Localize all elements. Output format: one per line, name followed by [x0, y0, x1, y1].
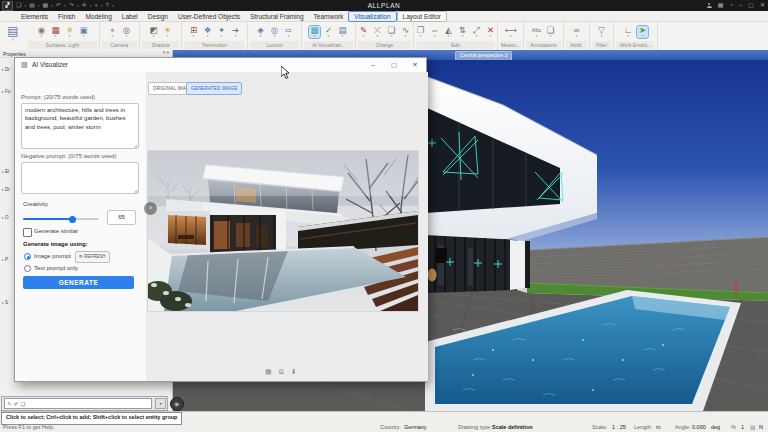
menu-tab-finish[interactable]: Finish	[53, 12, 80, 21]
image-prompt-radio[interactable]	[24, 253, 31, 260]
properties-palette-button[interactable]: ▤ ▾	[3, 24, 23, 48]
camera-icon[interactable]: ◎▾	[121, 26, 132, 38]
angle-value[interactable]: 0.000	[692, 424, 706, 430]
menu-tab-structural-framing[interactable]: Structural Framing	[245, 12, 308, 21]
measure-icon[interactable]: ⟷▾	[505, 26, 516, 38]
resize-icon[interactable]: ⤢▾	[471, 26, 482, 38]
tab-generated-image[interactable]: GENERATED IMAGE	[186, 82, 242, 95]
negative-prompt-input[interactable]	[21, 162, 139, 194]
match-icon[interactable]: ✐	[14, 401, 19, 407]
dialog-minimize-button[interactable]: –	[366, 60, 380, 70]
properties-item[interactable]: ▸El	[2, 169, 9, 174]
render-surface-icon[interactable]: ◉▾	[36, 26, 47, 38]
menu-tab-modeling[interactable]: Modeling	[80, 12, 116, 21]
dialog-maximize-button[interactable]: ▢	[387, 60, 401, 70]
menu-tab-visualization[interactable]: Visualization	[348, 11, 396, 22]
active-environment-icon[interactable]: ➤▾	[637, 26, 648, 38]
angle-label: Angle:	[675, 424, 691, 430]
properties-item[interactable]: ▸P	[2, 257, 8, 262]
text-abc-icon[interactable]: Abc▾	[531, 26, 542, 38]
image-icon[interactable]: ▦	[265, 368, 272, 376]
dialog-close-button[interactable]: ✕	[408, 60, 422, 70]
resize-handle-icon[interactable]: ◢	[134, 143, 137, 148]
rotate-icon[interactable]: ◭▾	[443, 26, 454, 38]
country-value[interactable]: Germany	[404, 424, 427, 430]
lumion-open-icon[interactable]: ⇨▾	[283, 26, 294, 38]
command-dropdown-button[interactable]: ▾	[155, 398, 166, 409]
minimize-icon[interactable]: –	[739, 0, 742, 11]
user-icon[interactable]	[707, 3, 712, 8]
properties-item[interactable]: ▸Dr	[2, 67, 10, 72]
sun-icon[interactable]: ☀▾	[162, 26, 173, 38]
modify-split-icon[interactable]: ⤫▾	[372, 26, 383, 38]
generated-image[interactable]	[148, 151, 418, 311]
ai-image-icon[interactable]: ▤▾	[337, 26, 348, 38]
resize-handle-icon[interactable]: ◢	[134, 188, 137, 193]
creativity-slider[interactable]	[23, 215, 99, 223]
properties-item[interactable]: ▸O	[2, 215, 9, 220]
quality-check-icon[interactable]: ✓▾	[323, 26, 334, 38]
properties-item[interactable]: ▸Di	[2, 187, 9, 192]
filter-funnel-icon[interactable]: ▽▾	[596, 26, 607, 38]
generate-similar-checkbox[interactable]	[23, 228, 32, 237]
twinmotion-export-icon[interactable]: ❖▾	[202, 26, 213, 38]
clock-icon[interactable]: ◔	[729, 0, 733, 11]
prompt-input[interactable]: modern architecture, hills and trees in …	[21, 103, 139, 149]
menu-tab-design[interactable]: Design	[143, 12, 173, 21]
modify-curve-icon[interactable]: ∿▾	[400, 26, 411, 38]
command-input[interactable]: ✎✐❏	[4, 398, 152, 409]
mirror-icon[interactable]: ⇔▾	[429, 26, 440, 38]
array-icon[interactable]: ⇅▾	[457, 26, 468, 38]
lumion-export-icon[interactable]: ◈▾	[255, 26, 266, 38]
twinmotion-open-icon[interactable]: ➜▾	[230, 26, 241, 38]
workspace-icon[interactable]: ∟▾	[623, 26, 634, 38]
menu-tab-label[interactable]: Label	[117, 12, 143, 21]
dialog-title-bar[interactable]: ▨ AI Visualizer – ▢ ✕	[15, 58, 426, 73]
navigation-wheel-icon[interactable]: ✳	[170, 397, 184, 411]
twinmotion-sync-icon[interactable]: ✦▾	[216, 26, 227, 38]
restore-icon[interactable]: ▢	[748, 0, 754, 11]
copy-icon[interactable]: ❐▾	[415, 26, 426, 38]
shadow-icon[interactable]: ◩▾	[148, 26, 159, 38]
scale-value[interactable]: 1 : 25	[612, 424, 626, 430]
light-icon[interactable]: ✳▾	[64, 26, 75, 38]
properties-item[interactable]: ▸Fo	[2, 89, 10, 94]
properties-header-icons[interactable]: ≡ ▾	[163, 50, 169, 55]
panel-collapse-icon[interactable]: ▾	[167, 50, 169, 55]
copy-icon[interactable]: ⧉	[279, 368, 284, 376]
ai-visualizer-icon[interactable]: ▩▾	[309, 26, 320, 38]
creativity-handle[interactable]	[69, 216, 76, 223]
carousel-chevron-button[interactable]: ›	[144, 202, 157, 215]
menu-tab-elements[interactable]: Elements	[16, 12, 53, 21]
menu-tab-user-defined-objects[interactable]: User-Defined Objects	[173, 12, 245, 21]
length-value[interactable]: m	[656, 424, 661, 430]
generate-button[interactable]: GENERATE	[23, 276, 134, 289]
modify-doc-icon[interactable]: ❏▾	[386, 26, 397, 38]
pen-icon[interactable]: ✎	[7, 401, 12, 407]
creativity-value[interactable]: 65	[107, 210, 136, 225]
menu-tab-teamwork[interactable]: Teamwork	[309, 12, 349, 21]
refresh-button[interactable]: ⟳ REFRESH	[75, 251, 110, 263]
modify-pen-icon[interactable]: ✎▾	[358, 26, 369, 38]
attributes-icon[interactable]: ∞▾	[571, 26, 582, 38]
delete-icon[interactable]: ✕▾	[485, 26, 496, 38]
close-icon[interactable]: ✕	[760, 0, 765, 11]
angle-unit[interactable]: deg	[711, 424, 720, 430]
apply-surface-icon[interactable]: ▦▾	[50, 26, 61, 38]
save-icon[interactable]: ⬇	[291, 368, 297, 376]
grid-icon[interactable]: ▦	[718, 0, 724, 11]
menu-tab-layout-editor[interactable]: Layout Editor	[397, 11, 447, 22]
projector-icon[interactable]: ▣▾	[78, 26, 89, 38]
properties-item[interactable]: ▸S	[2, 300, 8, 305]
drawing-type-value[interactable]: Scale definition	[492, 424, 533, 430]
command-bar: ✎✐❏ ▾	[1, 396, 168, 411]
lumion-view-icon[interactable]: ◎▾	[269, 26, 280, 38]
percent-label: %	[731, 424, 736, 430]
movie-icon[interactable]: ⊞▾	[188, 26, 199, 38]
layer-icon[interactable]: ▤	[750, 424, 755, 430]
camera-path-icon[interactable]: ⌖▾	[107, 26, 118, 38]
percent-value[interactable]: 1	[741, 424, 744, 430]
annotation-doc-icon[interactable]: ❏▾	[545, 26, 556, 38]
clipboard-icon[interactable]: ❏	[20, 401, 25, 407]
text-prompt-radio[interactable]	[24, 265, 31, 272]
